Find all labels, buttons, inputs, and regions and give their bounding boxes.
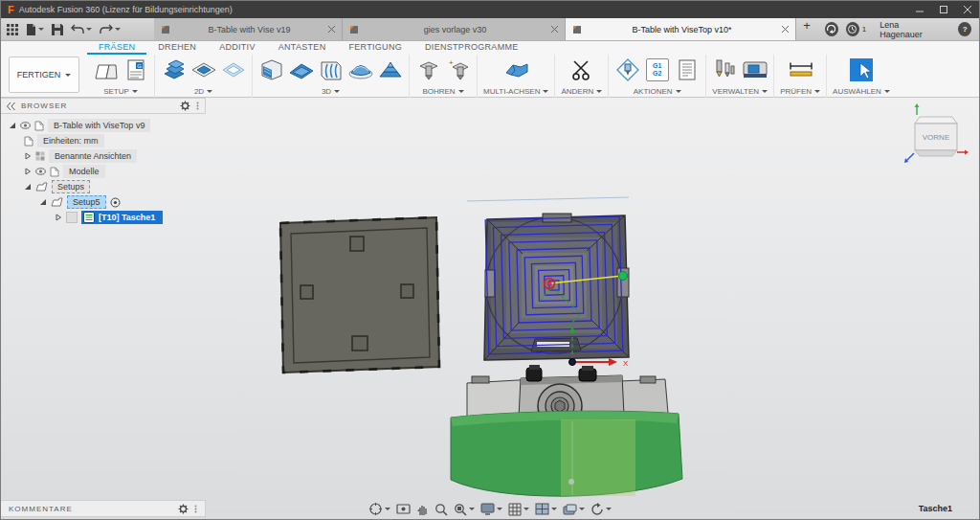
refresh-icon[interactable] [590,503,612,516]
tree-label[interactable]: Benannte Ansichten [49,149,137,163]
setup-sheet-icon[interactable] [674,57,700,83]
2d-contour-icon[interactable] [220,57,246,83]
look-at-icon[interactable] [396,503,411,515]
model-canvas[interactable]: X [1,98,979,519]
tree-row-root[interactable]: B-Table with ViseTop v9 [1,118,206,133]
group-label[interactable]: BOHREN [422,87,455,96]
active-setup-icon[interactable] [110,197,121,208]
close-tab-icon[interactable] [551,26,558,33]
document-tab[interactable]: B-Table with Vise v19 [154,18,343,40]
gear-icon[interactable] [178,504,189,514]
nc-program-icon[interactable]: G1G2 [644,57,670,83]
2d-pocket-icon[interactable] [190,57,216,83]
close-button[interactable] [955,1,979,18]
gear-icon[interactable] [180,101,190,111]
zoom-icon[interactable] [434,503,448,516]
group-label[interactable]: 3D [322,87,331,96]
3d-pocket-icon[interactable] [288,57,314,83]
expander-expanded-icon[interactable] [39,198,47,206]
user-name[interactable]: Lena Hagenauer [880,20,939,39]
eye-icon[interactable] [20,122,31,129]
group-label[interactable]: MULTI-ACHSEN [483,87,540,96]
tab-antasten[interactable]: ANTASTEN [267,42,338,55]
tree-label[interactable]: Modelle [63,165,105,178]
job-status-icon[interactable] [846,22,859,36]
document-tab-active[interactable]: B-Table with ViseTop v10* [566,18,796,40]
grid-settings-icon[interactable] [508,503,529,516]
undo-icon[interactable] [71,24,92,34]
data-panel-icon[interactable] [7,24,18,35]
workspace-selector-button[interactable]: FERTIGEN [9,57,79,93]
comments-panel[interactable]: KOMMENTARE [1,500,206,517]
group-label[interactable]: ÄNDERN [561,87,593,96]
display-settings-icon[interactable] [480,503,502,515]
redo-icon[interactable] [100,24,121,34]
viewports-icon[interactable] [535,503,557,515]
viewcube-bottom-face[interactable] [915,150,957,156]
tree-row-units[interactable]: Einheiten: mm [1,133,206,148]
tree-row-setup5[interactable]: Setup5 [1,194,206,210]
fit-icon[interactable] [454,503,475,516]
vise-model[interactable] [451,365,682,496]
eye-icon[interactable] [35,168,46,175]
tool-library-icon[interactable] [712,57,738,83]
viewcube-top-face[interactable] [915,117,957,124]
tree-row-setups[interactable]: Setups [1,179,206,194]
drill-icon[interactable] [415,57,441,83]
tab-drehen[interactable]: DREHEN [146,42,208,55]
tree-row-tasche1[interactable]: [T10] Tasche1 [1,210,206,225]
measure-icon[interactable] [788,57,813,83]
group-label[interactable]: AUSWÄHLEN [833,87,881,96]
expander-collapsed-icon[interactable] [55,214,62,221]
tree-label[interactable]: Einheiten: mm [37,134,104,147]
panel-handle-icon[interactable] [194,505,197,513]
minimize-button[interactable] [907,1,931,18]
collapse-panel-icon[interactable] [7,102,15,110]
orbit-icon[interactable] [368,502,390,516]
document-tab[interactable]: gies vorlage v30 [343,18,566,40]
gcode-setup-icon[interactable]: G [122,57,148,83]
pan-icon[interactable] [416,503,429,516]
group-label[interactable]: PRÜFEN [780,87,812,96]
toolpath-model[interactable] [484,214,629,360]
selected-operation[interactable]: [T10] Tasche1 [81,211,163,224]
new-tab-button[interactable]: + [796,18,817,40]
post-process-icon[interactable] [614,57,640,83]
group-label[interactable]: SETUP [103,87,129,96]
wcs-triad[interactable]: X [569,358,630,368]
multi-axis-icon[interactable] [503,57,529,83]
expander-expanded-icon[interactable] [9,122,16,129]
expander-collapsed-icon[interactable] [24,152,32,160]
drill-add-icon[interactable]: + [445,57,471,83]
tree-row-models[interactable]: Modelle [1,164,206,179]
help-icon[interactable]: ? [958,22,971,36]
3d-scallop-icon[interactable] [347,57,373,83]
machine-library-icon[interactable] [742,57,768,83]
maximize-button[interactable] [931,1,955,18]
group-label[interactable]: VERWALTEN [712,87,759,96]
markup-icon[interactable] [563,504,585,515]
group-label[interactable]: AKTIONEN [634,87,673,96]
file-menu-icon[interactable] [26,24,44,35]
3d-ramp-icon[interactable] [377,57,403,83]
tree-label[interactable]: B-Table with ViseTop v9 [48,119,150,132]
3d-adaptive-icon[interactable] [258,57,284,83]
expander-expanded-icon[interactable] [24,183,32,191]
view-cube[interactable]: VORNE [902,103,969,169]
save-icon[interactable] [52,24,63,35]
tab-fraesen[interactable]: FRÄSEN [87,42,146,55]
tree-row-named-views[interactable]: Benannte Ansichten [1,148,206,164]
plate-model[interactable] [280,217,439,373]
lead-point[interactable] [619,272,628,281]
tab-dienstprogramme[interactable]: DIENSTPROGRAMME [413,42,530,55]
new-setup-icon[interactable] [93,57,119,83]
tree-label[interactable]: Setups [52,180,90,193]
close-tab-icon[interactable] [328,26,335,33]
expander-collapsed-icon[interactable] [24,168,32,175]
2d-adaptive-icon[interactable] [161,57,187,83]
panel-handle-icon[interactable] [196,102,199,110]
extensions-icon[interactable] [825,22,838,36]
tab-fertigung[interactable]: FERTIGUNG [337,42,413,55]
close-tab-icon[interactable] [782,26,789,33]
tab-additiv[interactable]: ADDITIV [208,42,267,55]
